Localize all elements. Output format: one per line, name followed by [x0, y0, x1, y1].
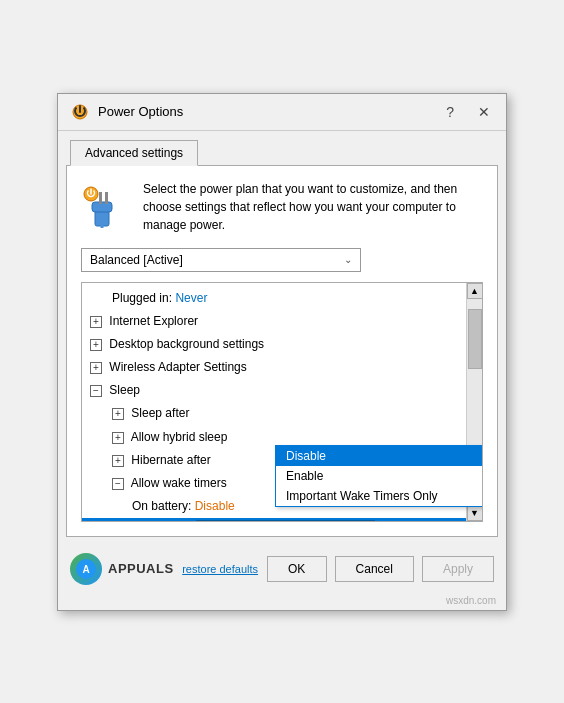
appuals-logo: A APPUALS	[70, 553, 174, 585]
expand-icon[interactable]: +	[112, 432, 124, 444]
logo-icon: A	[75, 558, 97, 580]
hibernate-label: Hibernate after	[131, 453, 210, 467]
cancel-button[interactable]: Cancel	[335, 556, 414, 582]
dropdown-option-important[interactable]: Important Wake Timers Only	[276, 486, 483, 506]
bottom-bar: A APPUALS restore defaults OK Cancel App…	[58, 545, 506, 593]
expand-icon[interactable]: +	[112, 408, 124, 420]
desktop-bg-item[interactable]: + Desktop background settings	[82, 333, 466, 356]
svg-text:A: A	[82, 564, 89, 575]
svg-rect-4	[105, 192, 108, 204]
wake-timers-label: Allow wake timers	[131, 476, 227, 490]
title-bar: Power Options ? ✕	[58, 94, 506, 131]
on-battery-value: Disable	[195, 499, 235, 513]
desktop-bg-label: Desktop background settings	[109, 337, 264, 351]
ok-button[interactable]: OK	[267, 556, 327, 582]
expand-icon[interactable]: +	[90, 362, 102, 374]
window-title: Power Options	[98, 104, 183, 119]
advanced-settings-tab[interactable]: Advanced settings	[70, 140, 198, 166]
settings-box: Plugged in: Never + Internet Explorer + …	[81, 282, 483, 522]
wireless-adapter-label: Wireless Adapter Settings	[109, 360, 246, 374]
dropdown-option-enable[interactable]: Enable	[276, 466, 483, 486]
restore-defaults-link[interactable]: restore defaults	[182, 563, 258, 575]
scroll-up-button[interactable]: ▲	[467, 283, 483, 299]
button-restore-area: restore defaults	[182, 563, 258, 575]
title-left: Power Options	[70, 102, 183, 122]
close-button[interactable]: ✕	[474, 104, 494, 120]
button-group: OK Cancel Apply	[267, 556, 494, 582]
plugged-in-value: Never	[175, 291, 207, 305]
dropdown-popup: Disable Enable Important Wake Timers Onl…	[275, 445, 483, 507]
intro-text: Select the power plan that you want to c…	[143, 180, 483, 234]
internet-explorer-item[interactable]: + Internet Explorer	[82, 310, 466, 333]
sleep-label: Sleep	[109, 383, 140, 397]
title-controls: ? ✕	[442, 104, 494, 120]
help-button[interactable]: ?	[442, 104, 458, 120]
expand-icon[interactable]: −	[90, 385, 102, 397]
on-battery-label: On battery:	[132, 499, 195, 513]
wireless-adapter-item[interactable]: + Wireless Adapter Settings	[82, 356, 466, 379]
power-plug-icon	[81, 180, 129, 228]
window-icon	[70, 102, 90, 122]
hybrid-sleep-label: Allow hybrid sleep	[131, 430, 228, 444]
intro-section: Select the power plan that you want to c…	[81, 180, 483, 234]
sleep-after-item[interactable]: + Sleep after	[82, 402, 466, 425]
scroll-thumb[interactable]	[468, 309, 482, 369]
logo-text: APPUALS	[108, 561, 174, 576]
internet-explorer-label: Internet Explorer	[109, 314, 198, 328]
svg-rect-3	[99, 192, 102, 204]
plugged-in-header: Plugged in: Never	[82, 287, 466, 310]
plan-dropdown-value: Balanced [Active]	[90, 253, 183, 267]
dropdown-option-disable[interactable]: Disable	[276, 446, 483, 466]
content-area: Select the power plan that you want to c…	[66, 165, 498, 537]
expand-icon[interactable]: −	[112, 478, 124, 490]
apply-button[interactable]: Apply	[422, 556, 494, 582]
logo-circle: A	[70, 553, 102, 585]
sleep-item[interactable]: − Sleep	[82, 379, 466, 402]
tab-bar: Advanced settings	[58, 131, 506, 165]
plan-dropdown[interactable]: Balanced [Active] ⌄	[81, 248, 361, 272]
expand-icon[interactable]: +	[90, 316, 102, 328]
watermark: wsxdn.com	[58, 593, 506, 610]
power-options-window: Power Options ? ✕ Advanced settings Sel	[57, 93, 507, 611]
expand-icon[interactable]: +	[112, 455, 124, 467]
plugged-in-wake-item[interactable]: Plugged in: Important Wake Timers Only ▼	[82, 518, 466, 520]
expand-icon[interactable]: +	[90, 339, 102, 351]
scroll-down-button[interactable]: ▼	[467, 505, 483, 521]
plan-dropdown-arrow-icon: ⌄	[344, 254, 352, 265]
sleep-after-label: Sleep after	[131, 406, 189, 420]
plugged-in-label: Plugged in:	[112, 291, 175, 305]
